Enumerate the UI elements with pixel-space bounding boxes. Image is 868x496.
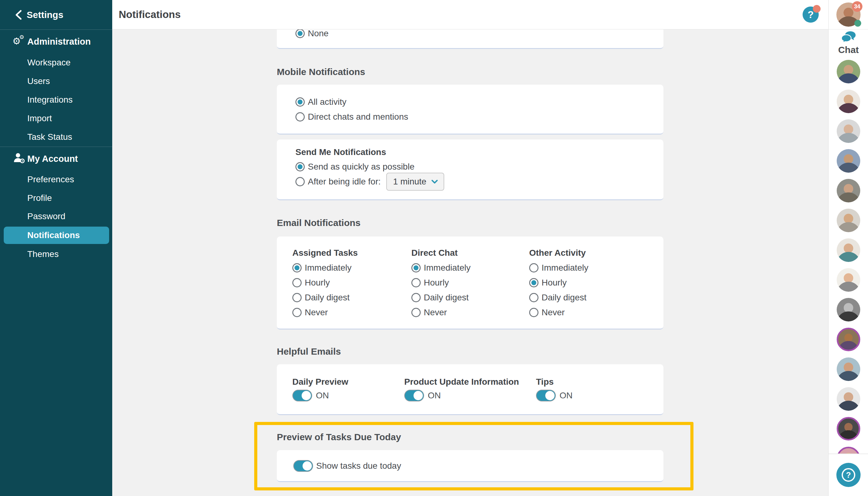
- online-status-dot: [854, 20, 861, 27]
- radio-icon: [295, 177, 305, 186]
- chat-sidebar: 34 Chat ?: [828, 0, 868, 496]
- radio-icon: [412, 278, 421, 288]
- radio-daily-digest[interactable]: Daily digest: [412, 293, 470, 302]
- chat-avatar[interactable]: [837, 90, 860, 113]
- radio-immediately[interactable]: Immediately: [292, 263, 352, 273]
- send-me-notifications-card: Send Me Notifications Send as quickly as…: [277, 140, 663, 200]
- circled-question-mark-icon: ?: [842, 468, 855, 482]
- chat-avatar[interactable]: [837, 417, 860, 440]
- radio-immediately[interactable]: Immediately: [412, 263, 470, 273]
- chat-tab[interactable]: Chat: [828, 31, 868, 55]
- daily-preview-toggle[interactable]: [292, 390, 312, 401]
- page-header: Notifications ?: [112, 0, 828, 29]
- settings-app: Settings ⚙⚙ Administration Workspace Use…: [0, 0, 868, 496]
- radio-selected-icon: [295, 162, 305, 171]
- back-to-settings[interactable]: Settings: [0, 10, 63, 20]
- helpful-emails-card: Daily Preview ON Product Update Informat…: [277, 364, 663, 415]
- chat-label: Chat: [828, 45, 868, 55]
- radio-icon: [529, 263, 539, 273]
- sidebar-item-themes[interactable]: Themes: [0, 248, 112, 260]
- sidebar-item-task-status[interactable]: Task Status: [0, 131, 112, 143]
- sidebar-item-workspace[interactable]: Workspace: [0, 57, 112, 69]
- radio-direct-chats-and-mentions[interactable]: Direct chats and mentions: [295, 112, 663, 122]
- chat-avatar[interactable]: [837, 298, 860, 322]
- section-label: My Account: [27, 154, 78, 164]
- radio-never[interactable]: Never: [292, 308, 352, 317]
- product-update-toggle[interactable]: [404, 390, 424, 401]
- radio-never[interactable]: Never: [412, 308, 470, 317]
- mobile-notifications-heading: Mobile Notifications: [277, 66, 365, 78]
- help-notification-dot: [813, 5, 821, 13]
- preview-tasks-card: Show tasks due today: [277, 450, 663, 482]
- page-title: Notifications: [119, 9, 181, 20]
- radio-selected-icon: [412, 263, 421, 273]
- chevron-left-icon: [14, 10, 22, 20]
- email-notifications-heading: Email Notifications: [277, 217, 360, 229]
- radio-selected-icon: [295, 97, 305, 107]
- radio-hourly[interactable]: Hourly: [529, 278, 588, 288]
- radio-selected-icon: [529, 278, 539, 288]
- sidebar-section-administration[interactable]: ⚙⚙ Administration: [0, 34, 112, 49]
- radio-icon: [412, 308, 421, 317]
- radio-hourly[interactable]: Hourly: [412, 278, 470, 288]
- idle-duration-select[interactable]: 1 minute: [386, 173, 444, 191]
- settings-sidebar: Settings ⚙⚙ Administration Workspace Use…: [0, 0, 112, 496]
- user-gear-icon: [12, 152, 26, 165]
- chat-avatar[interactable]: [837, 119, 860, 143]
- gears-icon: ⚙⚙: [12, 35, 26, 48]
- chat-bubbles-icon: [841, 31, 856, 43]
- mobile-notifications-card: All activity Direct chats and mentions: [277, 84, 663, 135]
- radio-icon: [412, 293, 421, 302]
- radio-icon: [529, 308, 539, 317]
- chat-avatar[interactable]: [837, 357, 860, 381]
- radio-daily-digest[interactable]: Daily digest: [529, 293, 588, 302]
- radio-daily-digest[interactable]: Daily digest: [292, 293, 352, 302]
- highlight-box: Preview of Tasks Due Today Show tasks du…: [254, 422, 694, 491]
- chat-avatar[interactable]: [837, 208, 860, 232]
- sidebar-item-preferences[interactable]: Preferences: [0, 173, 112, 186]
- tips-toggle[interactable]: [536, 390, 556, 401]
- sidebar-title: Settings: [27, 10, 63, 20]
- chat-avatar[interactable]: [837, 60, 860, 83]
- radio-icon: [292, 278, 301, 288]
- section-label: Administration: [27, 36, 91, 47]
- radio-after-being-idle[interactable]: After being idle for: 1 minute: [295, 173, 444, 191]
- chat-sidebar-footer: ?: [828, 453, 868, 496]
- radio-send-as-quickly-as-possible[interactable]: Send as quickly as possible: [295, 162, 415, 171]
- show-tasks-row[interactable]: Show tasks due today: [293, 460, 401, 472]
- notifications-settings-content: None Mobile Notifications All activity D…: [112, 29, 828, 496]
- chat-avatar[interactable]: [837, 238, 860, 262]
- chat-sidebar-header: 34: [828, 0, 868, 29]
- preview-tasks-heading: Preview of Tasks Due Today: [277, 432, 401, 443]
- sidebar-section-my-account[interactable]: My Account: [0, 151, 112, 166]
- radio-hourly[interactable]: Hourly: [292, 278, 352, 288]
- help-button[interactable]: ?: [803, 6, 819, 22]
- sidebar-item-profile[interactable]: Profile: [0, 192, 112, 204]
- sidebar-item-notifications-active[interactable]: Notifications: [4, 227, 109, 244]
- radio-selected-icon: [292, 263, 301, 273]
- sidebar-item-users[interactable]: Users: [0, 75, 112, 88]
- sidebar-divider: [0, 146, 112, 147]
- radio-icon: [529, 293, 539, 302]
- unread-count-badge: 34: [852, 1, 863, 12]
- support-help-button[interactable]: ?: [836, 463, 861, 487]
- show-tasks-due-today-toggle[interactable]: [293, 460, 313, 472]
- chat-avatar[interactable]: [837, 268, 860, 292]
- radio-all-activity[interactable]: All activity: [295, 97, 663, 107]
- sidebar-header: Settings: [0, 0, 112, 30]
- radio-never[interactable]: Never: [529, 308, 588, 317]
- desktop-notifications-card-partial: None: [277, 29, 663, 49]
- chat-avatar[interactable]: [837, 179, 860, 202]
- chat-avatar[interactable]: [837, 387, 860, 411]
- radio-immediately[interactable]: Immediately: [529, 263, 588, 273]
- radio-selected-icon: [295, 29, 305, 38]
- chat-avatar[interactable]: [837, 149, 860, 173]
- email-notifications-card: Assigned Tasks Immediately Hourly Daily …: [277, 236, 663, 329]
- chat-avatar[interactable]: [837, 328, 860, 351]
- sidebar-item-import[interactable]: Import: [0, 112, 112, 125]
- radio-none[interactable]: None: [295, 29, 329, 38]
- radio-icon: [295, 112, 305, 122]
- sidebar-item-password[interactable]: Password: [0, 210, 112, 222]
- sidebar-item-integrations[interactable]: Integrations: [0, 94, 112, 106]
- my-avatar[interactable]: 34: [836, 2, 861, 27]
